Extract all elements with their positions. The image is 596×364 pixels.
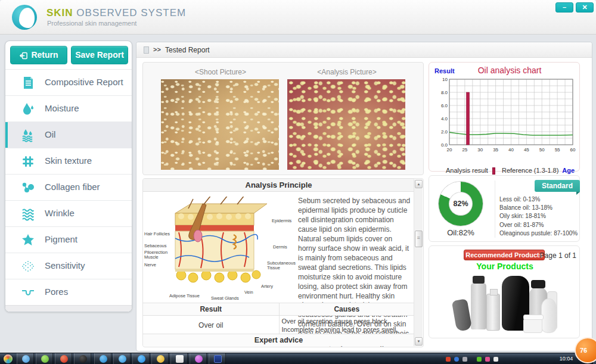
taskbar-app-icon[interactable] [94,353,111,364]
app-title-rest: OBSERVED SYSTEM [73,7,187,18]
cosmetic-jar [523,318,542,333]
tray-icon[interactable] [446,357,451,362]
svg-text:2.0: 2.0 [441,129,448,135]
taskbar-app-icon[interactable] [151,353,169,364]
scrollbar-thumb[interactable] [415,231,423,247]
diagram-label-epidermis: Epidermis [272,218,291,223]
start-button[interactable] [4,354,13,363]
analysis-principle-header: Analysis Principle [143,179,414,192]
sidebar-item-collagen-fiber[interactable]: Collagen fiber [5,174,132,200]
sidebar-item-label: Moisture [45,103,79,113]
sidebar-item-pigment[interactable]: Pigment [5,226,132,253]
oil-analysis-chart-panel: Result Oil analysis chart 108.06.04.02.0… [429,62,580,172]
sidebar-menu: Compositive Report Moisture Oil Skin tex… [5,69,132,305]
oil-percent-value: 82% [449,192,472,215]
chart-x-axis-label: Age [562,167,575,174]
sidebar-item-moisture[interactable]: Moisture [5,95,132,122]
oil-summary-panel: 82% Oil:82% Standard Less oil: 0-13% Bal… [429,175,580,242]
oil-icon [21,128,35,142]
shoot-picture [161,79,279,170]
table-row: Over oil Over oil secretion cause pores … [143,315,414,335]
sidebar-item-compositive-report[interactable]: Compositive Report [5,69,132,95]
analysis-picture [287,79,405,170]
recommended-products-badge: Recommended Products [464,250,545,260]
skin-cross-section-illustration [167,197,269,286]
causes-column-header: Causes [279,303,415,315]
oil-analysis-chart: 108.06.04.02.00.0202530354045505560 [434,76,576,154]
taskbar-app-icon[interactable] [55,353,72,364]
tray-icon[interactable] [462,357,467,362]
taskbar-app-icon[interactable] [113,353,131,364]
your-products-label: Your Products [452,262,558,271]
save-report-button[interactable]: Save Report [71,46,128,64]
svg-text:4.0: 4.0 [441,116,448,122]
svg-text:55: 55 [555,147,560,153]
moisture-icon [21,102,35,116]
shoot-picture-label: <Shoot Picture> [161,68,280,76]
oil-standard-ranges: Less oil: 0-13% Balance oil: 13-18% Oily… [499,195,579,238]
diagram-label-vein: Vein [244,290,253,295]
scrollbar[interactable]: ▲ ▼ [414,179,423,346]
svg-text:8.0: 8.0 [441,90,448,95]
oil-donut-chart: 82% [439,182,483,226]
diagram-label-hair-follicles: Hair Follicles [144,231,170,237]
pores-icon [21,285,35,300]
close-button[interactable]: ✕ [576,2,594,13]
diagram-label-dermis: Dermis [273,244,287,250]
diagram-label-artery: Artery [261,284,273,289]
cosmetic-bottle [471,283,486,329]
taskbar-app-icon[interactable] [190,353,207,364]
taskbar-app-icon[interactable] [170,353,188,364]
sidebar-item-oil[interactable]: Oil [5,122,132,148]
range-item: Balance oil: 13-18% [499,204,579,212]
diagram-label-sebaceous: Sebaceous [144,243,167,248]
divider [495,181,495,238]
result-value: Over oil [143,316,279,335]
sidebar-footer [5,305,132,312]
result-causes-table: Result Causes Over oil Over oil secretio… [143,303,414,335]
report-icon [21,76,35,90]
collagen-fiber-icon [21,181,35,195]
scroll-up-icon[interactable]: ▲ [415,180,423,188]
products-image: Your Products [452,262,558,335]
main-panel: >> Tested Report <Shoot Picture> <Analys… [136,42,592,351]
cosmetic-tube [452,298,473,332]
diagram-label-subcutaneous-tissue: Subcutaneous Tissue [267,261,294,271]
tray-icon[interactable] [477,357,482,362]
app-title: SKIN OBSERVED SYSTEM [46,7,186,19]
sidebar-item-skin-texture[interactable]: Skin texture [5,148,132,174]
breadcrumb: >> Tested Report [136,42,592,58]
sidebar-item-pores[interactable]: Pores [5,279,132,305]
svg-text:60: 60 [570,147,576,153]
range-item: Oleaginous pustule: 87-100% [499,229,579,238]
sidebar-item-label: Compositive Report [45,77,123,87]
tray-icon[interactable] [493,357,498,362]
svg-text:30: 30 [477,147,483,153]
svg-text:40: 40 [508,147,514,153]
tray-icon[interactable] [454,357,459,362]
range-item: Less oil: 0-13% [499,195,579,204]
page-title: Tested Report [165,46,210,54]
svg-text:35: 35 [493,147,498,153]
chart-title: Oil analysis chart [453,66,566,75]
return-label: Return [31,50,58,60]
sidebar: Return Save Report Compositive Report Mo… [5,41,132,312]
sidebar-item-sensitivity[interactable]: Sensitivity [5,253,132,279]
taskbar-app-icon[interactable] [132,353,150,364]
scroll-down-icon[interactable]: ▼ [415,337,423,346]
sidebar-item-wrinkle[interactable]: Wrinkle [5,200,132,226]
minimize-button[interactable]: – [555,2,573,13]
app-subtitle: Professional skin management [47,20,136,27]
sidebar-item-label: Oil [45,129,55,139]
taskbar-app-icon[interactable] [209,353,226,364]
taskbar-app-icon[interactable] [74,353,91,364]
app-title-accent: SKIN [46,7,73,18]
sidebar-item-label: Collagen fiber [45,182,100,192]
tray-icon[interactable] [485,357,490,362]
floating-overlay-badge[interactable]: 76 [575,337,596,363]
return-button[interactable]: Return [10,46,67,64]
taskbar-app-icon[interactable] [17,353,34,364]
taskbar-app-icon[interactable] [36,353,53,364]
legend-bar-swatch [492,167,495,175]
expert-advice-header: Expert advice [143,334,414,346]
